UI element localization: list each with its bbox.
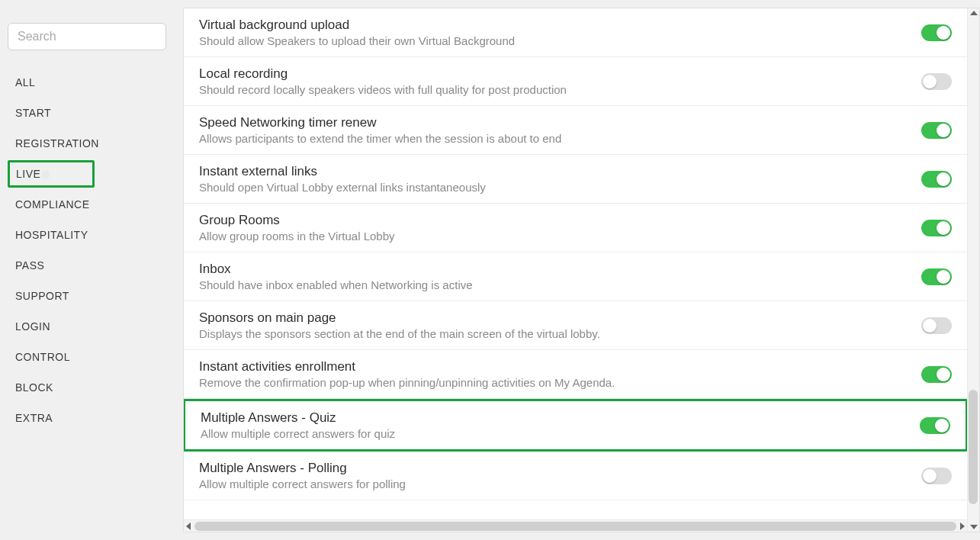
- sidebar-nav-list: ALLSTARTREGISTRATIONLIVECOMPLIANCEHOSPIT…: [8, 69, 175, 432]
- scroll-up-arrow-icon[interactable]: [970, 11, 978, 15]
- setting-title: Inbox: [199, 262, 473, 277]
- settings-scroll[interactable]: Virtual background uploadShould allow Sp…: [184, 8, 979, 532]
- setting-toggle[interactable]: [921, 268, 952, 285]
- toggle-knob: [923, 319, 937, 333]
- setting-toggle[interactable]: [921, 171, 952, 188]
- setting-title: Multiple Answers - Quiz: [201, 410, 395, 426]
- setting-text: Speed Networking timer renewAllows parti…: [199, 115, 561, 145]
- sidebar-item-extra[interactable]: EXTRA: [8, 404, 175, 432]
- setting-row: Multiple Answers - QuizAllow multiple co…: [184, 399, 968, 452]
- toggle-knob: [937, 221, 950, 235]
- scroll-right-arrow-icon[interactable]: [960, 522, 965, 530]
- setting-toggle[interactable]: [921, 220, 952, 236]
- setting-text: Instant external linksShould open Virtua…: [199, 164, 486, 194]
- setting-text: Group RoomsAllow group rooms in the Virt…: [199, 213, 395, 243]
- sidebar-item-login[interactable]: LOGIN: [8, 313, 175, 340]
- scroll-down-arrow-icon[interactable]: [970, 525, 978, 529]
- setting-desc: Allow multiple correct answers for quiz: [201, 427, 395, 440]
- sidebar-item-label: CONTROL: [15, 351, 70, 363]
- setting-desc: Displays the sponsors section at the end…: [199, 327, 600, 340]
- setting-row: Speed Networking timer renewAllows parti…: [184, 106, 967, 155]
- setting-toggle[interactable]: [921, 317, 952, 334]
- setting-text: Multiple Answers - QuizAllow multiple co…: [201, 410, 395, 440]
- toggle-knob: [937, 172, 950, 186]
- vertical-scroll-thumb[interactable]: [969, 390, 978, 504]
- toggle-knob: [937, 124, 950, 137]
- sidebar-item-control[interactable]: CONTROL: [8, 343, 175, 371]
- setting-desc: Should record locally speakers videos wi…: [199, 83, 567, 96]
- setting-desc: Should have inbox enabled when Networkin…: [199, 278, 473, 291]
- horizontal-scrollbar[interactable]: [184, 519, 967, 532]
- sidebar-item-live[interactable]: LIVE: [8, 160, 95, 188]
- sidebar-item-label: START: [15, 107, 51, 119]
- vertical-scrollbar[interactable]: [967, 8, 979, 532]
- sidebar-item-compliance[interactable]: COMPLIANCE: [8, 191, 175, 218]
- sidebar-item-label: SUPPORT: [15, 290, 69, 302]
- setting-title: Local recording: [199, 66, 567, 82]
- setting-text: Virtual background uploadShould allow Sp…: [199, 18, 515, 47]
- main-panel: Virtual background uploadShould allow Sp…: [183, 8, 980, 532]
- setting-title: Instant external links: [199, 164, 486, 179]
- setting-desc: Should allow Speakers to upload their ow…: [199, 34, 515, 47]
- setting-title: Group Rooms: [199, 213, 395, 228]
- setting-row: Group RoomsAllow group rooms in the Virt…: [184, 204, 967, 252]
- setting-toggle[interactable]: [921, 366, 952, 383]
- setting-text: InboxShould have inbox enabled when Netw…: [199, 262, 473, 291]
- setting-text: Multiple Answers - PollingAllow multiple…: [199, 461, 406, 490]
- toggle-knob: [937, 26, 950, 40]
- scroll-left-arrow-icon[interactable]: [186, 522, 191, 530]
- setting-title: Sponsors on main page: [199, 310, 600, 326]
- app-root: ALLSTARTREGISTRATIONLIVECOMPLIANCEHOSPIT…: [0, 0, 980, 540]
- toggle-knob: [923, 469, 937, 483]
- setting-toggle[interactable]: [920, 417, 950, 434]
- sidebar-item-label: HOSPITALITY: [15, 229, 88, 241]
- sidebar-item-badge: [42, 170, 50, 179]
- sidebar-item-hospitality[interactable]: HOSPITALITY: [8, 221, 175, 249]
- setting-row: InboxShould have inbox enabled when Netw…: [184, 252, 967, 301]
- setting-title: Instant activities enrollment: [199, 359, 615, 374]
- setting-toggle[interactable]: [921, 73, 952, 90]
- setting-row: Virtual background uploadShould allow Sp…: [184, 8, 967, 57]
- sidebar-item-label: PASS: [15, 259, 44, 272]
- sidebar-item-support[interactable]: SUPPORT: [8, 282, 175, 310]
- setting-text: Local recordingShould record locally spe…: [199, 66, 567, 96]
- toggle-knob: [937, 270, 950, 284]
- setting-title: Virtual background upload: [199, 18, 515, 33]
- sidebar-item-label: LIVE: [16, 168, 40, 180]
- sidebar-item-all[interactable]: ALL: [8, 69, 175, 96]
- setting-desc: Should open Virtual Lobby external links…: [199, 181, 486, 194]
- setting-row: Multiple Answers - PollingAllow multiple…: [184, 452, 967, 500]
- toggle-knob: [935, 419, 949, 432]
- sidebar: ALLSTARTREGISTRATIONLIVECOMPLIANCEHOSPIT…: [8, 8, 183, 532]
- sidebar-item-block[interactable]: BLOCK: [8, 374, 175, 401]
- setting-toggle[interactable]: [921, 122, 952, 139]
- setting-title: Multiple Answers - Polling: [199, 461, 406, 476]
- sidebar-item-start[interactable]: START: [8, 99, 175, 127]
- setting-row: Local recordingShould record locally spe…: [184, 57, 967, 106]
- setting-desc: Remove the confirmation pop-up when pinn…: [199, 376, 615, 389]
- setting-desc: Allows participants to extend the timer …: [199, 132, 561, 145]
- sidebar-item-label: ALL: [15, 76, 35, 88]
- setting-text: Instant activities enrollmentRemove the …: [199, 359, 615, 389]
- setting-desc: Allow group rooms in the Virtual Lobby: [199, 230, 395, 243]
- setting-title: Speed Networking timer renew: [199, 115, 561, 130]
- settings-list: Virtual background uploadShould allow Sp…: [184, 8, 967, 500]
- horizontal-scroll-thumb[interactable]: [194, 522, 956, 531]
- search-input[interactable]: [8, 23, 166, 50]
- sidebar-item-registration[interactable]: REGISTRATION: [8, 130, 175, 157]
- sidebar-item-label: REGISTRATION: [15, 137, 99, 149]
- sidebar-item-label: COMPLIANCE: [15, 198, 90, 211]
- sidebar-item-label: BLOCK: [15, 381, 53, 394]
- toggle-knob: [937, 368, 950, 381]
- sidebar-item-pass[interactable]: PASS: [8, 252, 175, 279]
- setting-toggle[interactable]: [921, 468, 952, 484]
- setting-row: Instant external linksShould open Virtua…: [184, 155, 967, 204]
- toggle-knob: [923, 75, 937, 88]
- sidebar-item-label: EXTRA: [15, 412, 53, 424]
- setting-row: Instant activities enrollmentRemove the …: [184, 350, 967, 399]
- setting-text: Sponsors on main pageDisplays the sponso…: [199, 310, 600, 340]
- sidebar-item-label: LOGIN: [15, 320, 50, 333]
- setting-desc: Allow multiple correct answers for polli…: [199, 477, 406, 490]
- setting-toggle[interactable]: [921, 24, 952, 41]
- setting-row: Sponsors on main pageDisplays the sponso…: [184, 301, 967, 350]
